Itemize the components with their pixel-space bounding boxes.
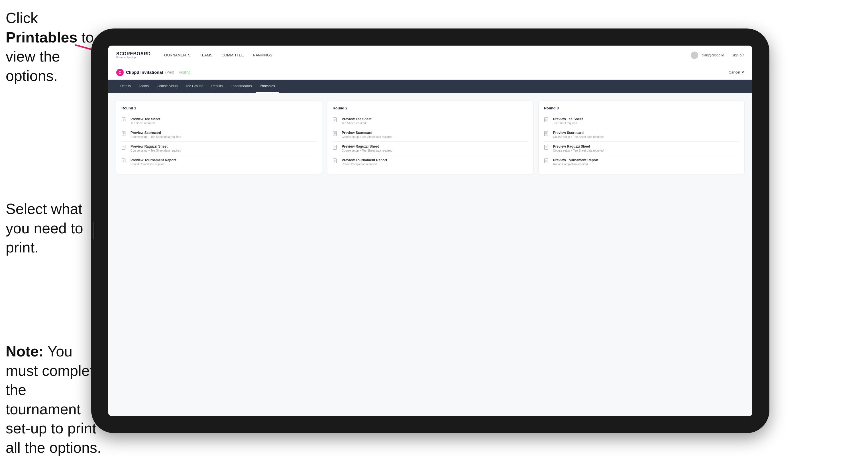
round-column-3: Round 3 Preview Tee Sheet Tee Sheet requ… [539,101,744,174]
nav-left: SCOREBOARD Powered by clippd TOURNAMENTS… [116,51,272,59]
item-title: Preview Scorecard [342,131,392,135]
item-sub: Round Completion required [553,163,598,166]
rounds-grid: Round 1 Preview Tee Sheet Tee Sheet requ… [116,101,744,174]
item-sub: Course setup + Tee Sheet data required [553,135,603,138]
tablet-screen: SCOREBOARD Powered by clippd TOURNAMENTS… [108,45,752,416]
print-item-r1-i1[interactable]: Preview Tee Sheet Tee Sheet required [121,114,317,128]
print-icon [121,158,128,165]
print-icon [333,145,339,152]
item-title: Preview Raguzzi Sheet [553,145,603,149]
item-sub: Course setup + Tee Sheet data required [342,149,392,152]
print-icon [333,117,339,124]
print-item-r1-i4[interactable]: Preview Tournament Report Round Completi… [121,155,317,169]
tab-results[interactable]: Results [207,80,226,93]
print-item-r1-i3[interactable]: Preview Raguzzi Sheet Course setup + Tee… [121,142,317,155]
print-icon [544,117,550,124]
print-item-r3-i1[interactable]: Preview Tee Sheet Tee Sheet required [544,114,739,128]
print-icon [121,131,128,138]
print-item-r3-i2[interactable]: Preview Scorecard Course setup + Tee She… [544,128,739,142]
item-title: Preview Scorecard [130,131,181,135]
nav-rankings[interactable]: RANKINGS [253,53,272,57]
item-title: Preview Tee Sheet [342,117,372,121]
nav-committee[interactable]: COMMITTEE [222,53,244,57]
print-item-text: Preview Tee Sheet Tee Sheet required [342,117,372,125]
item-title: Preview Tee Sheet [130,117,160,121]
item-sub: Course setup + Tee Sheet data required [130,149,181,152]
instruction-top: Click Printables to view the options. [6,8,94,86]
print-item-text: Preview Tee Sheet Tee Sheet required [553,117,583,125]
item-sub: Tee Sheet required [130,122,160,125]
print-item-text: Preview Tournament Report Round Completi… [553,158,598,166]
item-sub: Round Completion required [342,163,387,166]
nav-teams[interactable]: TEAMS [200,53,213,57]
scoreboard-logo: SCOREBOARD Powered by clippd [116,51,151,59]
logo-sub: Powered by clippd [116,56,151,59]
tournament-meta: (Men) [165,70,174,74]
tab-leaderboards[interactable]: Leaderboards [226,80,256,93]
print-item-r1-i2[interactable]: Preview Scorecard Course setup + Tee She… [121,128,317,142]
tournament-header: C Clippd Invitational (Men) Hosting Canc… [108,65,752,80]
tab-tee-groups[interactable]: Tee Groups [182,80,207,93]
item-sub: Course setup + Tee Sheet data required [553,149,603,152]
top-nav: SCOREBOARD Powered by clippd TOURNAMENTS… [108,45,752,65]
tab-details[interactable]: Details [116,80,135,93]
tournament-status: Hosting [179,70,190,74]
content-area: Round 1 Preview Tee Sheet Tee Sheet requ… [108,93,752,416]
nav-right: blair@clippd.io | Sign out [691,52,744,59]
item-title: Preview Scorecard [553,131,603,135]
item-sub: Tee Sheet required [553,122,583,125]
round-title-2: Round 2 [333,106,528,110]
print-item-r2-i1[interactable]: Preview Tee Sheet Tee Sheet required [333,114,528,128]
print-item-r2-i2[interactable]: Preview Scorecard Course setup + Tee She… [333,128,528,142]
instruction-middle: Select what you need to print. [6,199,94,257]
round-column-2: Round 2 Preview Tee Sheet Tee Sheet requ… [328,101,533,174]
user-email: blair@clippd.io [702,53,724,57]
print-item-text: Preview Raguzzi Sheet Course setup + Tee… [342,145,392,152]
print-item-text: Preview Raguzzi Sheet Course setup + Tee… [553,145,603,152]
item-title: Preview Tee Sheet [553,117,583,121]
note-bold: Note: [6,343,43,360]
tournament-name: Clippd Invitational [126,70,163,75]
print-item-r2-i4[interactable]: Preview Tournament Report Round Completi… [333,155,528,169]
item-title: Preview Tournament Report [130,158,176,162]
item-sub: Tee Sheet required [342,122,372,125]
item-sub: Course setup + Tee Sheet data required [130,135,181,138]
tab-course-setup[interactable]: Course Setup [153,80,182,93]
item-title: Preview Raguzzi Sheet [342,145,392,149]
print-item-text: Preview Tee Sheet Tee Sheet required [130,117,160,125]
instruction-bottom: Note: You must complete the tournament s… [6,342,102,458]
item-title: Preview Tournament Report [553,158,598,162]
print-item-r2-i3[interactable]: Preview Raguzzi Sheet Course setup + Tee… [333,142,528,155]
c-logo: C [116,69,124,76]
logo-title: SCOREBOARD [116,51,151,56]
print-icon [333,158,339,165]
print-item-text: Preview Scorecard Course setup + Tee She… [130,131,181,138]
print-icon [121,145,128,152]
round-title-1: Round 1 [121,106,317,110]
tab-printables[interactable]: Printables [256,80,279,93]
item-sub: Course setup + Tee Sheet data required [342,135,392,138]
item-title: Preview Tournament Report [342,158,387,162]
round-column-1: Round 1 Preview Tee Sheet Tee Sheet requ… [116,101,322,174]
print-item-text: Preview Tournament Report Round Completi… [342,158,387,166]
print-item-text: Preview Raguzzi Sheet Course setup + Tee… [130,145,181,152]
print-icon [333,131,339,138]
sign-out-link[interactable]: Sign out [732,53,744,57]
nav-tournaments[interactable]: TOURNAMENTS [162,53,191,57]
tournament-title: C Clippd Invitational (Men) Hosting [116,69,190,76]
print-icon [544,145,550,152]
cancel-button[interactable]: Cancel ✕ [728,70,744,74]
print-icon [121,117,128,124]
print-item-text: Preview Tournament Report Round Completi… [130,158,176,166]
nav-links: TOURNAMENTS TEAMS COMMITTEE RANKINGS [162,53,272,57]
tab-teams[interactable]: Teams [135,80,153,93]
item-title: Preview Raguzzi Sheet [130,145,181,149]
print-item-text: Preview Scorecard Course setup + Tee She… [342,131,392,138]
print-icon [544,158,550,165]
print-item-r3-i3[interactable]: Preview Raguzzi Sheet Course setup + Tee… [544,142,739,155]
print-item-text: Preview Scorecard Course setup + Tee She… [553,131,603,138]
printables-bold: Printables [6,29,77,45]
sub-tabs: Details Teams Course Setup Tee Groups Re… [108,80,752,93]
tablet-side-button [93,222,94,239]
print-item-r3-i4[interactable]: Preview Tournament Report Round Completi… [544,155,739,169]
